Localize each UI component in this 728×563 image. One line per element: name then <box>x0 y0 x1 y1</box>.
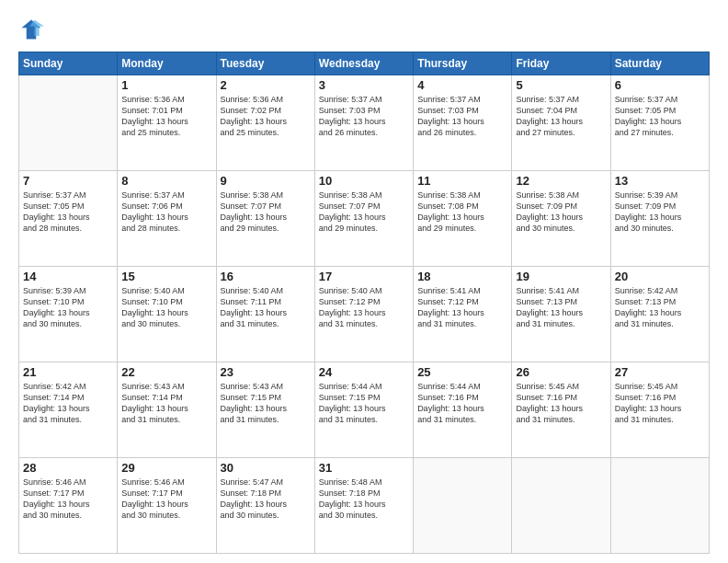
cell-info: Sunrise: 5:37 AMSunset: 7:04 PMDaylight:… <box>516 94 606 139</box>
weekday-header-thursday: Thursday <box>414 52 512 75</box>
weekday-header-tuesday: Tuesday <box>216 52 314 75</box>
calendar-cell: 11Sunrise: 5:38 AMSunset: 7:08 PMDayligh… <box>414 171 512 267</box>
logo-icon <box>18 17 44 42</box>
calendar-cell: 25Sunrise: 5:44 AMSunset: 7:16 PMDayligh… <box>414 362 512 458</box>
day-number: 12 <box>516 174 606 188</box>
day-number: 25 <box>417 365 507 379</box>
day-number: 5 <box>516 78 606 92</box>
calendar-cell: 1Sunrise: 5:36 AMSunset: 7:01 PMDaylight… <box>118 75 216 171</box>
calendar-cell: 31Sunrise: 5:48 AMSunset: 7:18 PMDayligh… <box>314 458 413 554</box>
calendar-cell <box>414 458 512 554</box>
cell-info: Sunrise: 5:41 AMSunset: 7:13 PMDaylight:… <box>516 285 606 330</box>
calendar-cell: 10Sunrise: 5:38 AMSunset: 7:07 PMDayligh… <box>314 171 413 267</box>
cell-info: Sunrise: 5:39 AMSunset: 7:10 PMDaylight:… <box>23 285 113 330</box>
calendar-cell: 9Sunrise: 5:38 AMSunset: 7:07 PMDaylight… <box>216 171 314 267</box>
calendar-cell: 29Sunrise: 5:46 AMSunset: 7:17 PMDayligh… <box>118 458 216 554</box>
day-number: 3 <box>319 78 409 92</box>
calendar-cell: 22Sunrise: 5:43 AMSunset: 7:14 PMDayligh… <box>118 362 216 458</box>
cell-info: Sunrise: 5:48 AMSunset: 7:18 PMDaylight:… <box>319 477 409 522</box>
day-number: 19 <box>516 270 606 283</box>
cell-info: Sunrise: 5:37 AMSunset: 7:05 PMDaylight:… <box>615 94 705 139</box>
week-row-2: 7Sunrise: 5:37 AMSunset: 7:05 PMDaylight… <box>19 171 710 267</box>
calendar-cell <box>610 458 709 554</box>
calendar-cell: 27Sunrise: 5:45 AMSunset: 7:16 PMDayligh… <box>610 362 709 458</box>
cell-info: Sunrise: 5:40 AMSunset: 7:11 PMDaylight:… <box>221 285 311 330</box>
cell-info: Sunrise: 5:40 AMSunset: 7:10 PMDaylight:… <box>121 285 211 330</box>
day-number: 4 <box>417 78 507 92</box>
day-number: 15 <box>121 270 211 283</box>
cell-info: Sunrise: 5:37 AMSunset: 7:05 PMDaylight:… <box>23 190 113 235</box>
weekday-header-friday: Friday <box>512 52 610 75</box>
day-number: 31 <box>319 461 409 475</box>
calendar-cell: 16Sunrise: 5:40 AMSunset: 7:11 PMDayligh… <box>216 267 314 362</box>
calendar-cell <box>512 458 610 554</box>
calendar-cell <box>19 75 118 171</box>
day-number: 1 <box>121 78 211 92</box>
cell-info: Sunrise: 5:37 AMSunset: 7:03 PMDaylight:… <box>319 94 409 139</box>
calendar-cell: 4Sunrise: 5:37 AMSunset: 7:03 PMDaylight… <box>414 75 512 171</box>
cell-info: Sunrise: 5:38 AMSunset: 7:07 PMDaylight:… <box>221 190 311 235</box>
day-number: 28 <box>23 461 113 475</box>
calendar-cell: 28Sunrise: 5:46 AMSunset: 7:17 PMDayligh… <box>19 458 118 554</box>
calendar-cell: 17Sunrise: 5:40 AMSunset: 7:12 PMDayligh… <box>314 267 413 362</box>
cell-info: Sunrise: 5:47 AMSunset: 7:18 PMDaylight:… <box>221 477 311 522</box>
cell-info: Sunrise: 5:43 AMSunset: 7:15 PMDaylight:… <box>221 381 311 426</box>
calendar-cell: 30Sunrise: 5:47 AMSunset: 7:18 PMDayligh… <box>216 458 314 554</box>
cell-info: Sunrise: 5:38 AMSunset: 7:08 PMDaylight:… <box>417 190 507 235</box>
day-number: 21 <box>23 365 113 379</box>
calendar-cell: 7Sunrise: 5:37 AMSunset: 7:05 PMDaylight… <box>19 171 118 267</box>
day-number: 18 <box>417 270 507 283</box>
cell-info: Sunrise: 5:39 AMSunset: 7:09 PMDaylight:… <box>615 190 705 235</box>
calendar-cell: 8Sunrise: 5:37 AMSunset: 7:06 PMDaylight… <box>118 171 216 267</box>
cell-info: Sunrise: 5:44 AMSunset: 7:16 PMDaylight:… <box>417 381 507 426</box>
calendar-cell: 23Sunrise: 5:43 AMSunset: 7:15 PMDayligh… <box>216 362 314 458</box>
day-number: 14 <box>23 270 113 283</box>
day-number: 29 <box>121 461 211 475</box>
day-number: 17 <box>319 270 409 283</box>
cell-info: Sunrise: 5:37 AMSunset: 7:03 PMDaylight:… <box>417 94 507 139</box>
cell-info: Sunrise: 5:42 AMSunset: 7:13 PMDaylight:… <box>615 285 705 330</box>
calendar-cell: 18Sunrise: 5:41 AMSunset: 7:12 PMDayligh… <box>414 267 512 362</box>
cell-info: Sunrise: 5:40 AMSunset: 7:12 PMDaylight:… <box>319 285 409 330</box>
day-number: 27 <box>615 365 705 379</box>
calendar-cell: 20Sunrise: 5:42 AMSunset: 7:13 PMDayligh… <box>610 267 709 362</box>
day-number: 2 <box>221 78 311 92</box>
weekday-header-sunday: Sunday <box>19 52 118 75</box>
calendar-cell: 12Sunrise: 5:38 AMSunset: 7:09 PMDayligh… <box>512 171 610 267</box>
weekday-header-monday: Monday <box>118 52 216 75</box>
calendar-table: SundayMondayTuesdayWednesdayThursdayFrid… <box>18 52 710 554</box>
cell-info: Sunrise: 5:45 AMSunset: 7:16 PMDaylight:… <box>615 381 705 426</box>
calendar-cell: 21Sunrise: 5:42 AMSunset: 7:14 PMDayligh… <box>19 362 118 458</box>
cell-info: Sunrise: 5:41 AMSunset: 7:12 PMDaylight:… <box>417 285 507 330</box>
logo <box>18 17 48 42</box>
day-number: 13 <box>615 174 705 188</box>
day-number: 26 <box>516 365 606 379</box>
day-number: 7 <box>23 174 113 188</box>
cell-info: Sunrise: 5:46 AMSunset: 7:17 PMDaylight:… <box>23 477 113 522</box>
calendar-cell: 2Sunrise: 5:36 AMSunset: 7:02 PMDaylight… <box>216 75 314 171</box>
cell-info: Sunrise: 5:38 AMSunset: 7:09 PMDaylight:… <box>516 190 606 235</box>
cell-info: Sunrise: 5:42 AMSunset: 7:14 PMDaylight:… <box>23 381 113 426</box>
week-row-1: 1Sunrise: 5:36 AMSunset: 7:01 PMDaylight… <box>19 75 710 171</box>
calendar-cell: 13Sunrise: 5:39 AMSunset: 7:09 PMDayligh… <box>610 171 709 267</box>
calendar-cell: 19Sunrise: 5:41 AMSunset: 7:13 PMDayligh… <box>512 267 610 362</box>
day-number: 20 <box>615 270 705 283</box>
day-number: 30 <box>221 461 311 475</box>
calendar-cell: 15Sunrise: 5:40 AMSunset: 7:10 PMDayligh… <box>118 267 216 362</box>
calendar-cell: 5Sunrise: 5:37 AMSunset: 7:04 PMDaylight… <box>512 75 610 171</box>
calendar-cell: 14Sunrise: 5:39 AMSunset: 7:10 PMDayligh… <box>19 267 118 362</box>
day-number: 23 <box>221 365 311 379</box>
day-number: 16 <box>221 270 311 283</box>
weekday-header-saturday: Saturday <box>610 52 709 75</box>
day-number: 8 <box>121 174 211 188</box>
calendar-cell: 26Sunrise: 5:45 AMSunset: 7:16 PMDayligh… <box>512 362 610 458</box>
header <box>18 17 710 42</box>
cell-info: Sunrise: 5:36 AMSunset: 7:01 PMDaylight:… <box>121 94 211 139</box>
weekday-header-row: SundayMondayTuesdayWednesdayThursdayFrid… <box>19 52 710 75</box>
day-number: 6 <box>615 78 705 92</box>
calendar-cell: 6Sunrise: 5:37 AMSunset: 7:05 PMDaylight… <box>610 75 709 171</box>
week-row-4: 21Sunrise: 5:42 AMSunset: 7:14 PMDayligh… <box>19 362 710 458</box>
page: SundayMondayTuesdayWednesdayThursdayFrid… <box>0 0 728 563</box>
weekday-header-wednesday: Wednesday <box>314 52 413 75</box>
day-number: 10 <box>319 174 409 188</box>
